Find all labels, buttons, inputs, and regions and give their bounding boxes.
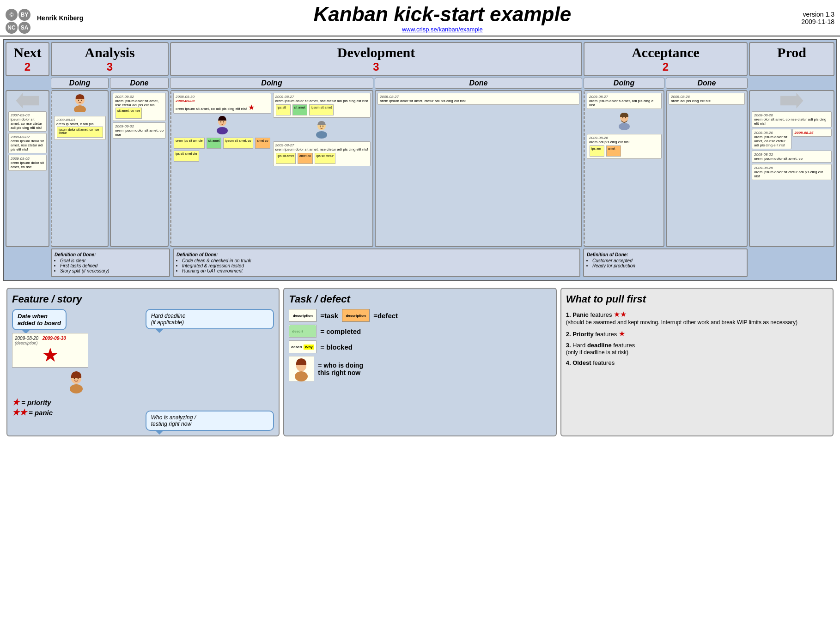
col-acceptance-doing: 2009-08-27 orem ipsum dolor s amet, adi … — [584, 90, 664, 247]
sticky-1: ipsum dolor sit amet, co nse ctetur — [57, 127, 103, 138]
def-analysis-item-1: Goal is clear — [60, 258, 166, 263]
def-dev-item-3: Running on UAT environment — [182, 268, 577, 273]
dev-sticky-5: ips sit amet cte — [174, 151, 199, 162]
oldest-bold: Oldest — [572, 359, 591, 366]
pull-item-3-detail: (only if deadline is at risk) — [566, 349, 628, 356]
svg-point-5 — [81, 100, 82, 101]
blocked-label: = blocked — [320, 343, 353, 351]
next-card-1-date: 2007-09-03 — [11, 113, 44, 117]
cc-logo: © BY NC SA — [6, 9, 33, 27]
col-next-limit: 2 — [8, 60, 47, 73]
task-label: =task — [320, 312, 338, 320]
nc-icon: NC — [6, 22, 18, 34]
completed-label: = completed — [320, 327, 361, 335]
svg-point-11 — [316, 131, 327, 139]
acceptance-done-card-1: 2009-08-26 orem adi pis cing elit nis! — [669, 93, 745, 105]
col-next-header: Next 2 — [6, 42, 49, 76]
analysis-done-card-1-date: 2007-09-02 — [115, 95, 164, 99]
def-analysis: Definition of Done: Goal is clear First … — [51, 248, 170, 277]
dev-doing-card-2: 2009-08-27 orem ipsum dolor sit amet, ns… — [273, 93, 371, 118]
prod-card-1: 2008-08-20 orem olor sit amet, co nse ct… — [752, 111, 832, 127]
feature-story-panel: Feature / story Date whenadded to board … — [6, 288, 280, 436]
completed-card: descri — [289, 325, 317, 338]
next-spacer — [6, 78, 49, 89]
dev-avatar-dark — [213, 115, 232, 134]
analysis-done-card-1: 2007-09-02 orem ipsum dolor sit amet, ns… — [113, 93, 166, 121]
feature-avatar — [64, 369, 88, 393]
panic-legend: ★★ = panic — [12, 407, 141, 417]
svg-point-8 — [220, 121, 221, 122]
dev-sticky-3: ipsum sit amet, co — [223, 138, 253, 149]
svg-point-15 — [619, 123, 630, 130]
col-dev-header: Development 3 — [170, 42, 582, 76]
dev-doing-card-2-date: 2009-08-27 — [275, 95, 369, 99]
priority-legend-label: = priority — [21, 399, 51, 406]
def-acc-item-1: Customer accepted — [592, 258, 744, 263]
feature-story-title: Feature / story — [12, 293, 274, 305]
col-analysis-done: 2007-09-02 orem ipsum dolor sit amet, ns… — [110, 90, 169, 247]
version: version 1.3 — [801, 11, 834, 18]
card-date-red: 2009-09-30 — [43, 336, 66, 341]
panic-legend-label: = panic — [29, 409, 53, 417]
analysis-avatar — [70, 93, 90, 112]
doing-label: = who is doingthis right now — [318, 362, 363, 376]
svg-point-9 — [223, 121, 224, 122]
card-date-black: 2009-08-20 — [15, 336, 38, 341]
pull-item-2-bold: Priority — [572, 331, 594, 338]
svg-point-21 — [78, 378, 79, 380]
dev-done-label: Done — [375, 78, 582, 89]
completed-row: descri = completed — [289, 325, 551, 338]
col-prod-content: 2008-08-20 orem olor sit amet, co nse ct… — [749, 90, 834, 247]
task-card: description — [289, 309, 317, 322]
analysis-doing-card-1: 2009-09-01 orem ip amet, c adi pis ipsum… — [54, 116, 106, 140]
def-dev-item-2: Integrated & regression tested — [182, 263, 577, 268]
dev-sticky-2: sit amet — [207, 138, 222, 149]
analysis-doing-card-1-date: 2009-09-01 — [56, 118, 103, 122]
bottom-section: Feature / story Date whenadded to board … — [3, 284, 837, 440]
col-acceptance-title: Acceptance — [586, 45, 745, 60]
priority-legend: ★ = priority — [12, 397, 141, 407]
prod-card-1-date: 2008-08-20 — [754, 113, 829, 117]
header-left: © BY NC SA Henrik Kniberg — [6, 9, 83, 27]
sa-icon: SA — [18, 22, 30, 34]
pull-first-panel: What to pull first 1. Panic features ★★ … — [560, 288, 834, 436]
pull-item-3-num: 3. — [566, 342, 571, 349]
card-desc: (description) — [15, 341, 38, 345]
svg-point-17 — [625, 117, 626, 118]
blocked-card: descri Why — [289, 340, 317, 353]
panic-stars-icon: ★★ — [12, 407, 27, 417]
page-title: Kanban kick-start example — [314, 3, 572, 26]
dev-doing-card-3: 2009-08-27 orem ipsum dolor sit amet, ns… — [273, 141, 371, 166]
dev-sticky-1: orem ips sit am cte — [174, 138, 205, 149]
col-dev-done: 2008-08-27 orem ipsum dolor sit amet, ct… — [375, 90, 582, 247]
dev-done-card-1: 2008-08-27 orem ipsum dolor sit amet, ct… — [377, 93, 579, 105]
pull-item-1-detail: (should be swarmed and kept moving. Inte… — [566, 319, 797, 326]
date-bubble: Date whenadded to board — [12, 309, 67, 330]
pull-item-2: 2. Priority features ★ — [566, 329, 828, 338]
def-analysis-item-3: Story split (if necessary) — [60, 268, 166, 273]
header-url[interactable]: www.crisp.se/kanban/example — [314, 26, 572, 33]
why-label: Why — [304, 345, 314, 350]
def-acceptance: Definition of Done: Customer accepted Re… — [583, 248, 748, 277]
col-dev-title: Development — [173, 45, 579, 60]
svg-point-24 — [295, 371, 308, 381]
by-icon: BY — [18, 9, 30, 21]
feature-bubbles-area: Hard deadline(if applicable) Who is anal… — [146, 309, 274, 431]
cc-icon: © — [6, 9, 18, 21]
deadline-bold: deadline — [587, 342, 612, 349]
acceptance-doing-card-1-date: 2009-08-27 — [589, 95, 659, 99]
svg-point-12 — [320, 126, 321, 127]
next-card-2-date: 2009-09-02 — [11, 135, 44, 139]
dev-doing-label: Doing — [170, 78, 373, 89]
next-card-2: 2009-09-02 orem ipsum dolor sit amet, ns… — [8, 133, 47, 153]
priority-star-icon: ★ — [12, 397, 19, 407]
prod-card-4: 2009-08-25 orem ipsum dolor sit ctetur a… — [752, 164, 832, 180]
def-acc-item-2: Ready for production — [592, 263, 744, 268]
feature-card-area: Date whenadded to board 2009-08-20 2009-… — [12, 309, 141, 417]
pull-item-4: 4. Oldest features — [566, 359, 828, 366]
deadline-bubble: Hard deadline(if applicable) — [146, 309, 274, 329]
col-analysis-doing: 2009-09-01 orem ip amet, c adi pis ipsum… — [51, 90, 109, 247]
def-dev-item-1: Code clean & checked in on trunk — [182, 258, 577, 263]
acceptance-avatar — [615, 111, 634, 130]
svg-point-13 — [323, 126, 323, 127]
